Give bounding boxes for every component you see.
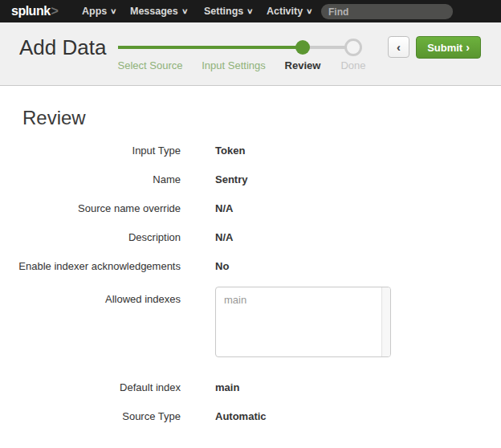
chevron-left-icon: ‹ <box>397 40 401 54</box>
field-label: Allowed indexes <box>0 282 181 305</box>
field-value: N/A <box>215 231 501 243</box>
splunk-logo-text: splunk <box>11 4 51 18</box>
submit-button[interactable]: Submit › <box>416 36 481 59</box>
chevron-down-icon: ∨ <box>306 8 313 15</box>
field-label: Description <box>0 231 181 243</box>
field-value: Sentry <box>215 173 501 185</box>
step-done: Done <box>329 59 377 71</box>
step-input-settings: Input Settings <box>193 59 274 71</box>
splunk-logo-caret-icon: > <box>51 4 59 18</box>
top-navigation-bar: splunk > Apps ∨ Messages ∨ Settings ∨ Ac… <box>0 0 501 22</box>
chevron-down-icon: ∨ <box>110 8 117 15</box>
allowed-indexes-listbox[interactable]: main <box>215 287 391 357</box>
stepper-progress-line <box>118 46 303 49</box>
stepper-current-dot <box>295 40 310 55</box>
field-label: Default index <box>0 381 181 393</box>
field-value: Token <box>215 145 501 157</box>
menu-activity-label: Activity <box>267 6 303 17</box>
find-search-input[interactable] <box>321 4 453 19</box>
field-row-source-type: Source Type Automatic <box>0 401 501 430</box>
wizard-header: Add Data Select Source Input Settings Re… <box>0 22 501 86</box>
field-value: No <box>215 260 501 272</box>
splunk-logo[interactable]: splunk > <box>11 0 58 22</box>
field-label: Source Type <box>0 410 181 422</box>
back-button[interactable]: ‹ <box>388 36 409 58</box>
menu-settings[interactable]: Settings ∨ <box>204 0 253 22</box>
field-label: Name <box>0 173 181 185</box>
submit-button-label: Submit <box>427 42 462 54</box>
field-label: Input Type <box>0 145 181 157</box>
step-select-source: Select Source <box>110 59 190 71</box>
field-label: Source name override <box>0 202 181 214</box>
field-value: Automatic <box>215 410 501 422</box>
field-row-name: Name Sentry <box>0 165 501 193</box>
menu-apps-label: Apps <box>82 6 107 17</box>
chevron-right-icon: › <box>466 41 470 54</box>
listbox-scrollbar[interactable] <box>381 287 390 356</box>
menu-apps[interactable]: Apps ∨ <box>82 0 116 22</box>
menu-messages-label: Messages <box>130 6 178 17</box>
field-row-default-index: Default index main <box>0 373 501 401</box>
menu-settings-label: Settings <box>204 6 243 17</box>
field-row-description: Description N/A <box>0 222 501 251</box>
chevron-down-icon: ∨ <box>246 8 254 15</box>
menu-messages[interactable]: Messages ∨ <box>130 0 187 22</box>
review-heading: Review <box>22 106 501 130</box>
field-row-input-type: Input Type Token <box>0 136 501 165</box>
listbox-option-main: main <box>216 287 390 306</box>
field-row-source-name-override: Source name override N/A <box>0 193 501 222</box>
field-row-indexer-acknowledgements: Enable indexer acknowledgements No <box>0 251 501 280</box>
field-value: main <box>215 381 501 393</box>
field-value: N/A <box>215 202 501 214</box>
stepper-upcoming-ring <box>344 39 362 56</box>
field-row-allowed-indexes: Allowed indexes main <box>0 280 501 357</box>
review-panel: Review Input Type Token Name Sentry Sour… <box>0 87 501 430</box>
step-review: Review <box>271 59 335 71</box>
menu-activity[interactable]: Activity ∨ <box>267 0 312 22</box>
field-label: Enable indexer acknowledgements <box>0 260 181 272</box>
chevron-down-icon: ∨ <box>181 8 189 15</box>
page-title: Add Data <box>19 35 106 60</box>
